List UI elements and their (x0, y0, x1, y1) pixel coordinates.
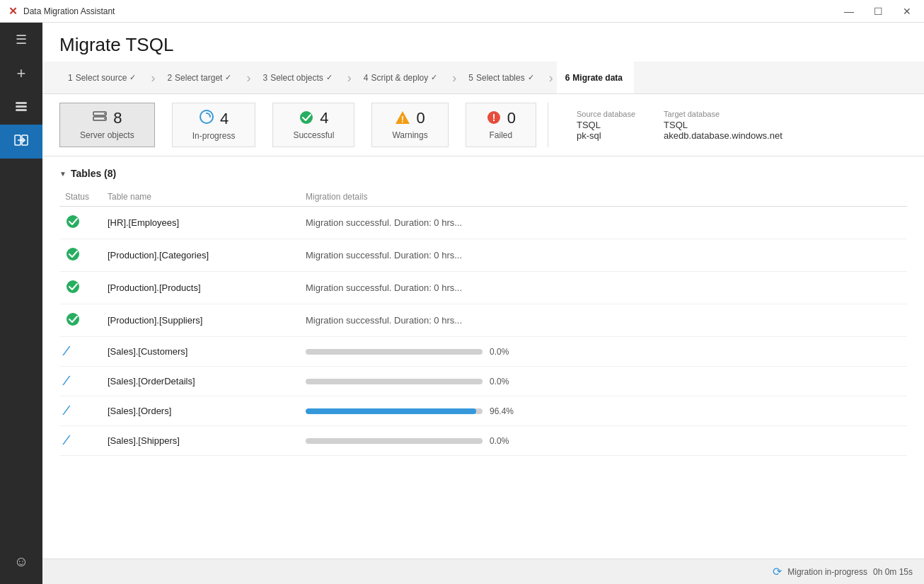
svg-point-16 (67, 215, 79, 228)
sidebar-migrate-button[interactable] (0, 125, 42, 159)
row-migration-details: Migration successful. Duration: 0 hrs... (300, 272, 907, 304)
tables-heading: Tables (8) (71, 168, 116, 179)
step-1[interactable]: 1 Select source ✓ (59, 62, 147, 93)
success-icon (65, 253, 81, 264)
svg-point-17 (67, 248, 79, 260)
stat-successful[interactable]: 4 Successful (272, 103, 354, 147)
step-1-label: Select source (76, 73, 127, 83)
step-5-label: Select tables (476, 73, 525, 83)
sidebar-add-button[interactable]: + (0, 57, 42, 91)
progress-percentage: 0.0% (490, 377, 518, 387)
success-icon (65, 319, 81, 329)
table-row: [Production].[Suppliers]Migration succes… (59, 304, 907, 337)
sidebar-bottom: ☺ (0, 544, 42, 578)
success-icon (65, 221, 81, 231)
sidebar-top: ☰ + (0, 23, 42, 159)
progress-bar-background (306, 379, 483, 384)
smile-icon: ☺ (14, 554, 28, 570)
sidebar-smile-button[interactable]: ☺ (0, 544, 42, 578)
close-button[interactable]: ✕ (899, 4, 916, 18)
progress-wrap: 0.0% (306, 377, 901, 387)
table-row: ∕[Sales].[Shippers]0.0% (59, 426, 907, 456)
progress-bar-background (306, 408, 483, 414)
step-2-num: 2 (167, 73, 172, 83)
source-db-label: Source database (577, 110, 635, 118)
page-title: Migrate TSQL (59, 34, 907, 56)
row-table-name: [Production].[Products] (102, 272, 300, 304)
stats-row: 8 Server objects 4 In-progress (42, 94, 924, 156)
row-migration-details: 0.0% (300, 337, 907, 367)
failed-count: 0 (507, 109, 516, 127)
stat-server-objects[interactable]: 8 Server objects (59, 103, 155, 147)
table-body: [HR].[Employees]Migration successful. Du… (59, 207, 907, 456)
db-info-section: Source database TSQL pk-sql Target datab… (548, 103, 797, 147)
app-title: Data Migration Assistant (23, 6, 115, 16)
tables-header[interactable]: ▼ Tables (8) (59, 168, 907, 179)
source-db-block: Source database TSQL pk-sql (562, 103, 649, 147)
stat-warnings[interactable]: ! 0 Warnings (371, 103, 448, 147)
step-6-label: Migrate data (572, 73, 623, 83)
row-status-cell: ∕ (59, 367, 102, 396)
row-table-name: [Sales].[Customers] (102, 337, 300, 367)
stat-warnings-top: ! 0 (395, 109, 425, 127)
progress-percentage: 0.0% (490, 347, 518, 357)
sidebar-menu-button[interactable]: ☰ (0, 23, 42, 57)
step-6[interactable]: 6 Migrate data (557, 62, 634, 93)
table-row: ∕[Sales].[OrderDetails]0.0% (59, 367, 907, 396)
migration-duration: 0h 0m 15s (873, 567, 913, 577)
source-db-name: TSQL (577, 120, 635, 130)
hamburger-icon: ☰ (16, 32, 27, 47)
sidebar-db-button[interactable] (0, 91, 42, 125)
migrate-icon (13, 132, 29, 151)
stat-inprogress[interactable]: 4 In-progress (172, 103, 256, 147)
progress-percentage: 96.4% (490, 406, 518, 416)
progress-bar-fill (306, 408, 476, 414)
row-migration-details: 96.4% (300, 396, 907, 426)
success-icon (65, 286, 81, 297)
row-table-name: [Sales].[Shippers] (102, 426, 300, 456)
step-5[interactable]: 5 Select tables ✓ (460, 62, 545, 93)
app-body: ☰ + (0, 23, 924, 584)
step-4[interactable]: 4 Script & deploy ✓ (355, 62, 449, 93)
svg-point-11 (300, 111, 313, 124)
target-db-block: Target database TSQL akedb.database.wind… (649, 103, 797, 147)
step-3[interactable]: 3 Select objects ✓ (254, 62, 343, 93)
svg-point-18 (67, 280, 79, 293)
restore-button[interactable]: ☐ (870, 4, 887, 18)
svg-text:!: ! (492, 112, 495, 123)
minimize-button[interactable]: — (840, 4, 858, 18)
col-header-details: Migration details (300, 188, 907, 207)
target-db-label: Target database (664, 110, 782, 118)
plus-icon: + (17, 64, 26, 83)
title-bar-controls: — ☐ ✕ (840, 4, 916, 18)
step-4-check: ✓ (431, 73, 437, 82)
col-header-name: Table name (102, 188, 300, 207)
stat-failed[interactable]: ! 0 Failed (466, 103, 536, 147)
row-table-name: [Production].[Suppliers] (102, 304, 300, 337)
stat-failed-top: ! 0 (486, 109, 516, 127)
row-migration-details: Migration successful. Duration: 0 hrs... (300, 239, 907, 272)
stat-inprogress-top: 4 (199, 109, 229, 128)
row-status-cell: ∕ (59, 337, 102, 367)
row-status-cell: ∕ (59, 426, 102, 456)
step-2-label: Select target (175, 73, 222, 83)
step-3-label: Select objects (270, 73, 323, 83)
steps-bar: 1 Select source ✓ › 2 Select target ✓ › … (42, 62, 924, 94)
server-objects-icon (92, 110, 108, 127)
arrow-5: › (545, 62, 557, 94)
step-1-check: ✓ (129, 73, 136, 82)
successful-icon (299, 110, 314, 127)
server-objects-label: Server objects (80, 130, 134, 140)
row-status-cell (59, 239, 102, 272)
step-2[interactable]: 2 Select target ✓ (158, 62, 243, 93)
progress-percentage: 0.0% (490, 436, 518, 446)
app-icon: ✕ (8, 5, 18, 18)
inprogress-icon (199, 109, 214, 128)
svg-point-8 (104, 113, 105, 114)
tables-section: ▼ Tables (8) Status Table name Migration… (42, 156, 924, 559)
row-status-cell (59, 272, 102, 304)
svg-rect-0 (16, 102, 27, 104)
step-6-num: 6 (565, 73, 570, 83)
database-icon (13, 98, 29, 118)
migration-table: Status Table name Migration details [HR]… (59, 188, 907, 456)
